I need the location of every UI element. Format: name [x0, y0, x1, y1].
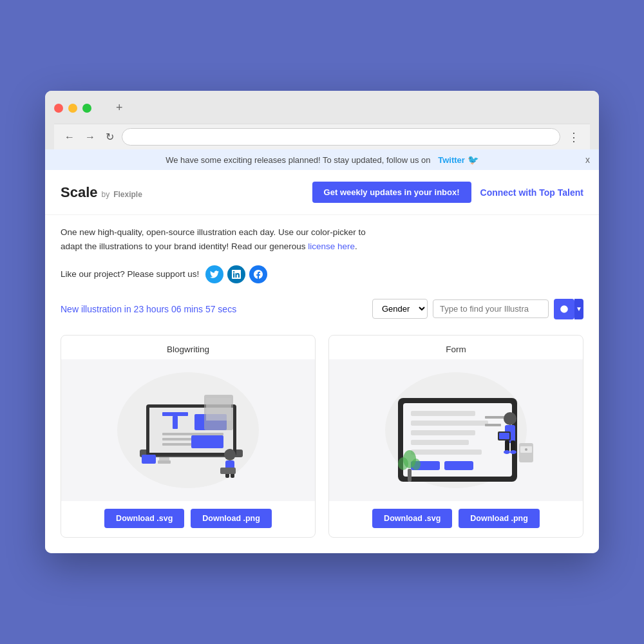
tab-bar: + [97, 97, 129, 118]
svg-point-38 [504, 450, 510, 454]
twitter-bird-icon: 🐦 [468, 155, 478, 165]
svg-rect-19 [142, 455, 156, 464]
color-picker-wrapper: ▼ [554, 299, 583, 319]
svg-point-0 [560, 305, 568, 313]
browser-controls: + [54, 97, 590, 118]
back-button[interactable]: ← [62, 130, 77, 144]
page-content: We have some exciting releases planned! … [45, 149, 599, 553]
filters-row: New illustration in 23 hours 06 mins 57 … [45, 294, 599, 330]
svg-rect-28 [411, 440, 469, 445]
banner-close-button[interactable]: x [585, 155, 590, 165]
facebook-social-icon[interactable] [249, 265, 267, 283]
svg-point-14 [224, 449, 236, 460]
blogwriting-illustration-svg [61, 359, 315, 501]
svg-rect-5 [162, 412, 188, 416]
site-header: Scale by Flexiple Get weekly updates in … [45, 170, 599, 215]
card-title-form: Form [329, 336, 583, 359]
svg-rect-6 [173, 416, 178, 429]
svg-rect-11 [191, 435, 223, 448]
social-icons [205, 265, 267, 283]
gender-select[interactable]: Gender Male Female Neutral [372, 299, 428, 319]
new-tab-button[interactable]: + [109, 97, 129, 118]
svg-point-44 [525, 448, 527, 451]
header-actions: Get weekly updates in your inbox! Connec… [312, 182, 583, 203]
get-updates-button[interactable]: Get weekly updates in your inbox! [312, 182, 471, 203]
svg-rect-32 [485, 416, 504, 419]
svg-rect-13 [206, 398, 231, 421]
site-description: One new high-quality, open-source illust… [45, 215, 599, 258]
svg-rect-18 [220, 468, 236, 474]
description-paragraph: One new high-quality, open-source illust… [61, 225, 383, 253]
support-text: Like our project? Please support us! [61, 269, 199, 279]
forward-button[interactable]: → [82, 130, 98, 144]
logo-flexiple-text: Flexiple [113, 190, 142, 199]
announcement-banner: We have some exciting releases planned! … [45, 149, 599, 170]
svg-rect-33 [485, 424, 501, 426]
form-illustration-svg [329, 359, 583, 501]
download-png-button-blogwriting[interactable]: Download .png [191, 509, 272, 528]
color-picker-dropdown-button[interactable]: ▼ [574, 299, 583, 319]
svg-point-34 [504, 412, 516, 425]
linkedin-social-icon[interactable] [227, 265, 245, 283]
address-bar[interactable] [122, 128, 560, 146]
download-png-button-form[interactable]: Download .png [459, 509, 540, 528]
download-svg-button-form[interactable]: Download .svg [372, 509, 452, 528]
illustration-card-form: Form [328, 335, 583, 538]
logo-scale-text: Scale [61, 184, 98, 201]
traffic-light-yellow[interactable] [68, 104, 77, 113]
browser-titlebar: + ← → ↻ ⋮ [45, 91, 599, 149]
banner-twitter-link[interactable]: Twitter [438, 155, 465, 165]
browser-toolbar: ← → ↻ ⋮ [54, 124, 590, 149]
description-period: . [355, 242, 357, 251]
card-image-form [329, 359, 583, 501]
svg-rect-21 [158, 460, 171, 464]
svg-rect-31 [444, 461, 473, 470]
svg-point-39 [510, 450, 516, 454]
card-actions-form: Download .svg Download .png [329, 501, 583, 537]
svg-rect-29 [411, 450, 482, 455]
social-row: Like our project? Please support us! [45, 259, 599, 294]
traffic-light-green[interactable] [82, 104, 91, 113]
svg-point-48 [412, 459, 421, 470]
svg-rect-26 [411, 421, 488, 426]
filter-controls: Gender Male Female Neutral ▼ [372, 299, 583, 319]
card-image-blogwriting [61, 359, 315, 501]
license-link[interactable]: license here [308, 242, 355, 251]
svg-rect-25 [411, 411, 475, 416]
svg-rect-7 [162, 433, 223, 435]
card-actions-blogwriting: Download .svg Download .png [61, 501, 315, 537]
card-title-blogwriting: Blogwriting [61, 336, 315, 359]
countdown-text: New illustration in 23 hours 06 mins 57 … [61, 304, 236, 314]
download-svg-button-blogwriting[interactable]: Download .svg [104, 509, 184, 528]
reload-button[interactable]: ↻ [103, 129, 117, 144]
svg-point-47 [398, 457, 408, 470]
svg-rect-41 [499, 433, 509, 439]
svg-rect-27 [411, 430, 475, 435]
browser-window: + ← → ↻ ⋮ We have some exciting releases… [45, 91, 599, 553]
illustration-card-blogwriting: Blogwriting [61, 335, 316, 538]
traffic-light-red[interactable] [54, 104, 63, 113]
color-picker-button[interactable] [554, 299, 574, 319]
banner-text: We have some exciting releases planned! … [166, 155, 430, 165]
logo-by-text: by [102, 190, 110, 199]
illustration-grid: Blogwriting [45, 330, 599, 553]
connect-talent-link[interactable]: Connect with Top Talent [480, 187, 583, 198]
browser-menu-button[interactable]: ⋮ [565, 129, 582, 146]
twitter-social-icon[interactable] [205, 265, 223, 283]
svg-rect-45 [408, 469, 412, 482]
site-logo: Scale by Flexiple [61, 184, 142, 201]
search-input[interactable] [433, 299, 549, 318]
